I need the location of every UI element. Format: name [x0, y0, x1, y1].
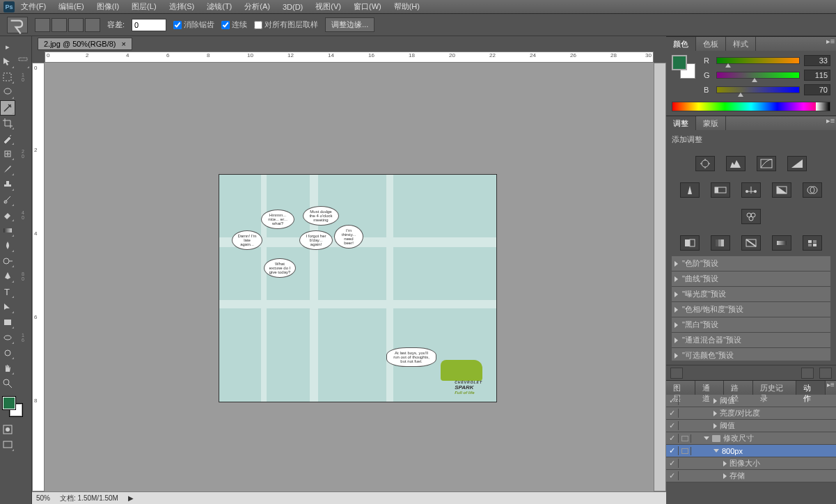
action-toggle-check[interactable]: ✓	[666, 459, 679, 468]
tab-paths[interactable]: 路径	[724, 381, 753, 395]
history-brush-tool[interactable]	[0, 192, 15, 207]
color-balance-icon[interactable]	[741, 182, 761, 198]
doc-info[interactable]: 文档: 1.50M/1.50M	[60, 494, 118, 503]
curves-icon[interactable]	[757, 156, 776, 171]
spectrum-bar[interactable]	[672, 102, 830, 111]
b-slider[interactable]	[716, 86, 800, 93]
gradient-tool[interactable]	[0, 223, 15, 238]
menu-filter[interactable]: 滤镜(T)	[207, 1, 232, 12]
status-arrow-icon[interactable]: ▶	[128, 494, 134, 502]
levels-icon[interactable]	[726, 156, 746, 171]
document-tab[interactable]: 2.jpg @ 50%(RGB/8) ×	[38, 38, 132, 50]
preset-row[interactable]: "曲线"预设	[672, 271, 830, 287]
menu-file[interactable]: 文件(F)	[21, 1, 46, 12]
stamp-tool[interactable]	[0, 177, 15, 192]
disclosure-triangle-icon[interactable]	[713, 398, 717, 404]
rectangle-tool[interactable]	[0, 315, 15, 330]
preset-row[interactable]: "黑白"预设	[672, 317, 830, 333]
disclosure-triangle-icon[interactable]	[723, 473, 727, 479]
screen-mode-tool[interactable]	[0, 437, 15, 452]
foreground-swatch[interactable]	[3, 397, 15, 409]
color-swatches[interactable]	[3, 397, 22, 416]
expand-icon[interactable]: ▸	[0, 39, 15, 54]
quick-select-tool[interactable]	[15, 54, 31, 70]
refine-edge-button[interactable]: 调整边缘...	[325, 17, 374, 32]
tolerance-input[interactable]	[132, 19, 166, 31]
eraser-tool[interactable]	[0, 207, 15, 223]
tab-swatches[interactable]: 色板	[696, 37, 726, 51]
trash-icon[interactable]	[819, 368, 832, 379]
selection-intersect-icon[interactable]	[85, 18, 100, 32]
preset-row[interactable]: "色阶"预设	[672, 256, 830, 271]
tab-layers[interactable]: 图层	[666, 381, 695, 395]
view-previous-icon[interactable]	[801, 368, 814, 379]
panel-menu-icon[interactable]: ▸≡	[825, 116, 836, 130]
gradient-map-icon[interactable]	[772, 235, 791, 251]
r-value[interactable]	[804, 55, 830, 66]
3d-rotate-tool[interactable]	[0, 330, 15, 345]
pen-tool[interactable]	[0, 269, 15, 284]
brush-tool[interactable]	[0, 162, 15, 177]
magic-wand-tool[interactable]	[0, 100, 15, 116]
crop-tool[interactable]	[0, 116, 15, 131]
action-row[interactable]: ✓阈值	[666, 395, 836, 407]
menu-3d[interactable]: 3D(D)	[283, 3, 303, 11]
action-dialog-toggle[interactable]	[679, 434, 691, 443]
tab-actions[interactable]: 动作	[796, 381, 826, 395]
action-toggle-check[interactable]: ✓	[666, 471, 679, 480]
tab-adjustments[interactable]: 调整	[666, 116, 696, 130]
preset-row[interactable]: "可选颜色"预设	[672, 348, 830, 361]
brightness-contrast-icon[interactable]	[695, 156, 715, 171]
active-tool-indicator[interactable]	[7, 17, 28, 33]
type-tool[interactable]: T	[0, 284, 15, 299]
action-dialog-toggle[interactable]	[679, 447, 691, 455]
menu-image[interactable]: 图像(I)	[97, 1, 119, 12]
tab-color[interactable]: 颜色	[666, 37, 696, 51]
panel-menu-icon[interactable]: ▸≡	[825, 37, 836, 51]
g-value[interactable]	[804, 70, 830, 81]
disclosure-triangle-icon[interactable]	[723, 461, 727, 466]
contiguous-checkbox[interactable]: 连续	[221, 19, 247, 30]
healing-brush-tool[interactable]	[0, 146, 15, 162]
menu-layer[interactable]: 图层(L)	[132, 1, 156, 12]
action-toggle-check[interactable]: ✓	[666, 396, 679, 405]
vibrance-icon[interactable]	[680, 182, 700, 198]
canvas-viewport[interactable]: Hmmm... nice... er... what? Must dodge t…	[45, 63, 654, 491]
hand-tool[interactable]	[0, 361, 15, 376]
action-row[interactable]: ✓存储	[666, 470, 836, 482]
preset-row[interactable]: "曝光度"预设	[672, 287, 830, 302]
3d-orbit-tool[interactable]	[0, 345, 15, 361]
scrollbar-vertical[interactable]	[654, 63, 666, 491]
menu-select[interactable]: 选择(S)	[169, 1, 195, 12]
tab-history[interactable]: 历史记录	[753, 381, 796, 395]
posterize-icon[interactable]	[711, 235, 730, 251]
action-row[interactable]: ✓图像大小	[666, 457, 836, 470]
dodge-tool[interactable]	[0, 253, 15, 269]
photo-filter-icon[interactable]	[803, 182, 822, 198]
g-slider[interactable]	[716, 72, 800, 79]
disclosure-triangle-icon[interactable]	[713, 449, 719, 452]
tab-channels[interactable]: 通道	[695, 381, 725, 395]
tab-styles[interactable]: 样式	[726, 37, 756, 51]
disclosure-triangle-icon[interactable]	[713, 411, 717, 416]
menu-help[interactable]: 帮助(H)	[394, 1, 420, 12]
action-toggle-check[interactable]: ✓	[666, 446, 679, 455]
black-white-icon[interactable]	[772, 182, 791, 198]
b-value[interactable]	[804, 84, 830, 95]
selection-subtract-icon[interactable]	[68, 18, 84, 32]
preset-row[interactable]: "通道混合器"预设	[672, 333, 830, 348]
menu-window[interactable]: 窗口(W)	[354, 1, 381, 12]
zoom-level[interactable]: 50%	[36, 494, 50, 502]
disclosure-triangle-icon[interactable]	[713, 423, 717, 429]
menu-analysis[interactable]: 分析(A)	[244, 1, 270, 12]
action-row[interactable]: ✓修改尺寸	[666, 432, 836, 445]
all-layers-checkbox[interactable]: 对所有图层取样	[254, 19, 318, 30]
action-toggle-check[interactable]: ✓	[666, 421, 679, 430]
marquee-tool[interactable]	[0, 70, 15, 85]
action-row[interactable]: ✓800px	[666, 445, 836, 457]
lasso-tool[interactable]	[0, 85, 15, 100]
selection-new-icon[interactable]	[35, 18, 50, 32]
ruler-horizontal[interactable]: 0 2 4 6 8 10 12 14 16 18 20 22 24 26 28 …	[45, 52, 654, 63]
quick-mask-tool[interactable]	[0, 422, 15, 437]
menu-edit[interactable]: 编辑(E)	[58, 1, 84, 12]
